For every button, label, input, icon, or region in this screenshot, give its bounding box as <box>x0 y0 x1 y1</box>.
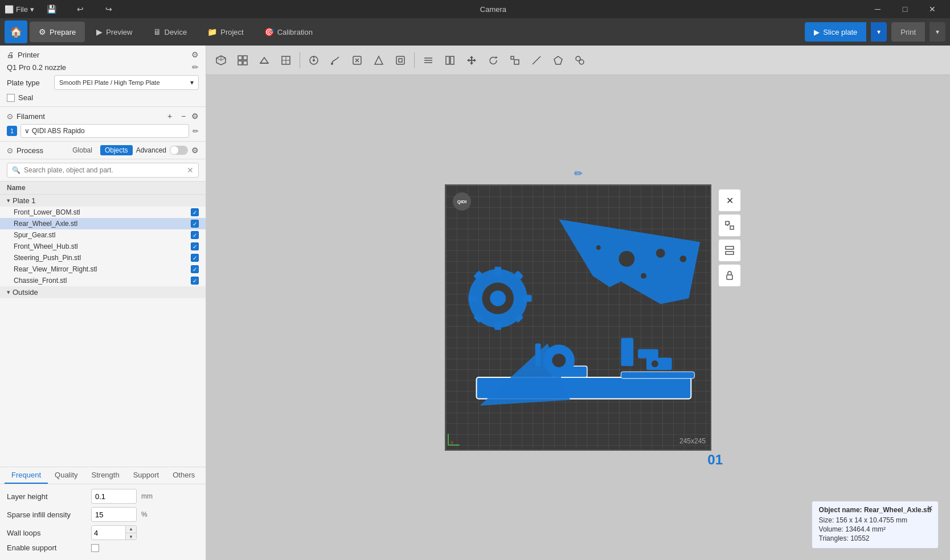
tab-strength[interactable]: Strength <box>85 467 126 484</box>
maximize-button[interactable]: □ <box>892 0 918 18</box>
slice-plate-button[interactable]: ▶ Slice plate <box>805 22 866 42</box>
nav-device[interactable]: 🖥 Device <box>144 22 196 42</box>
wall-loops-row: Wall loops ▲ ▼ <box>7 525 199 540</box>
wall-loops-input[interactable] <box>92 529 125 537</box>
tab-objects[interactable]: Objects <box>100 145 133 155</box>
svg-rect-25 <box>451 56 454 64</box>
tree-row[interactable]: Rear_View_Mirror_Right.stl ✓ <box>0 263 206 275</box>
tab-quality[interactable]: Quality <box>48 467 84 484</box>
plate-type-dropdown[interactable]: Smooth PEI Plate / High Temp Plate ▾ <box>54 75 199 90</box>
plate-expand-icon[interactable]: ▾ <box>7 197 10 204</box>
enable-support-checkbox[interactable] <box>91 544 99 552</box>
tree-name-header: Name <box>7 184 199 192</box>
viewport-close-button[interactable]: ✕ <box>718 189 741 212</box>
layer-height-input[interactable] <box>91 489 137 504</box>
top-navigation: 🏠 ⚙ Prepare ▶ Preview 🖥 Device 📁 Project… <box>0 18 950 46</box>
process-settings-icon[interactable]: ⚙ <box>191 146 199 155</box>
toolbar-paint-icon[interactable] <box>325 50 346 71</box>
wall-loops-spinner[interactable]: ▲ ▼ <box>91 525 137 540</box>
plate-type-row: Plate type Smooth PEI Plate / High Temp … <box>7 75 199 90</box>
object-checkbox[interactable]: ✓ <box>191 254 199 262</box>
object-checkbox[interactable]: ✓ <box>191 220 199 228</box>
close-button[interactable]: ✕ <box>919 0 945 18</box>
home-button[interactable]: 🏠 <box>5 20 27 43</box>
viewport[interactable]: ✏ QIDI <box>206 75 950 560</box>
viewport-layers-button[interactable] <box>718 239 741 262</box>
tooltip-triangles-row: Triangles: 10552 <box>819 534 931 542</box>
tab-support[interactable]: Support <box>126 467 166 484</box>
toolbar-hollow-icon[interactable] <box>390 50 411 71</box>
toolbar-arrange-icon[interactable] <box>304 50 324 71</box>
tooltip-close-icon[interactable]: ✕ <box>927 504 933 513</box>
nav-preview[interactable]: ▶ Preview <box>87 22 141 42</box>
toolbar-face-icon[interactable] <box>548 50 568 71</box>
toolbar-support-paint-icon[interactable] <box>368 50 389 71</box>
save-button[interactable]: 💾 <box>39 0 65 18</box>
toolbar-layer-icon[interactable] <box>418 50 439 71</box>
file-menu[interactable]: ⬜ File ▾ <box>5 5 34 14</box>
nav-project[interactable]: 📁 Project <box>198 22 252 42</box>
tab-global[interactable]: Global <box>68 145 97 155</box>
plate-item[interactable]: ▾ Plate 1 <box>0 195 206 207</box>
print-button[interactable]: Print <box>891 22 925 42</box>
tree-row[interactable]: Chassie_Front.stl ✓ <box>0 275 206 286</box>
printer-label: 🖨 Printer <box>7 51 39 59</box>
sparse-infill-input[interactable] <box>91 507 137 522</box>
tree-row[interactable]: Rear_Wheel_Axle.stl ✓ <box>0 218 206 229</box>
tree-row[interactable]: Spur_Gear.stl ✓ <box>0 229 206 241</box>
redo-button[interactable]: ↪ <box>96 0 122 18</box>
wall-loops-up[interactable]: ▲ <box>126 525 136 533</box>
filament-name-dropdown[interactable]: ∨ QIDI ABS Rapido <box>21 124 189 138</box>
printer-settings-icon[interactable]: ⚙ <box>191 50 199 59</box>
tab-frequent[interactable]: Frequent <box>5 467 48 484</box>
object-checkbox[interactable]: ✓ <box>191 208 199 216</box>
object-checkbox[interactable]: ✓ <box>191 277 199 285</box>
file-chevron[interactable]: ▾ <box>30 5 34 14</box>
seal-checkbox[interactable] <box>7 94 15 102</box>
toolbar-split-icon[interactable] <box>440 50 460 71</box>
svg-point-14 <box>313 59 315 61</box>
outside-item[interactable]: ▾ Outside <box>0 286 206 298</box>
svg-rect-63 <box>535 344 541 367</box>
print-dropdown-button[interactable]: ▾ <box>929 22 945 42</box>
outside-expand-icon[interactable]: ▾ <box>7 289 10 296</box>
build-plate[interactable]: QIDI <box>445 184 711 451</box>
printer-edit-icon[interactable]: ✏ <box>192 63 199 72</box>
toolbar-perspective-icon[interactable] <box>254 50 275 71</box>
tree-row[interactable]: Front_Wheel_Hub.stl ✓ <box>0 241 206 252</box>
wall-loops-down[interactable]: ▼ <box>126 533 136 540</box>
minimize-button[interactable]: ─ <box>865 0 891 18</box>
tab-others[interactable]: Others <box>166 467 202 484</box>
toolbar-cube-icon[interactable] <box>211 50 231 71</box>
file-label[interactable]: File <box>16 5 28 14</box>
toolbar-assembly-icon[interactable] <box>570 50 590 71</box>
filament-add-button[interactable]: + <box>164 110 175 122</box>
tooltip-size-value: 156 x 14 x 10.4755 mm <box>836 516 907 524</box>
object-checkbox[interactable]: ✓ <box>191 265 199 273</box>
object-checkbox[interactable]: ✓ <box>191 231 199 239</box>
toolbar-measure-icon[interactable] <box>526 50 547 71</box>
search-clear-icon[interactable]: ✕ <box>187 166 194 175</box>
printer-model-row: Q1 Pro 0.2 nozzle ✏ <box>7 63 199 72</box>
nav-calibration[interactable]: 🎯 Calibration <box>255 22 322 42</box>
filament-edit-icon[interactable]: ✏ <box>193 127 199 135</box>
tree-row[interactable]: Steering_Push_Pin.stl ✓ <box>0 252 206 263</box>
edit-pencil-icon[interactable]: ✏ <box>574 167 583 180</box>
filament-settings-icon[interactable]: ⚙ <box>191 112 199 121</box>
toolbar-ortho-icon[interactable] <box>276 50 296 71</box>
toolbar-move-icon[interactable] <box>461 50 482 71</box>
tree-row[interactable]: Front_Lower_BOM.stl ✓ <box>0 207 206 218</box>
slice-dropdown-button[interactable]: ▾ <box>871 22 887 42</box>
toolbar-scale-icon[interactable] <box>505 50 525 71</box>
advanced-toggle[interactable] <box>170 146 188 155</box>
filament-remove-button[interactable]: − <box>178 110 189 122</box>
object-checkbox[interactable]: ✓ <box>191 242 199 250</box>
undo-button[interactable]: ↩ <box>67 0 93 18</box>
search-input[interactable] <box>24 166 183 174</box>
toolbar-seam-icon[interactable] <box>347 50 367 71</box>
toolbar-rotate-icon[interactable] <box>483 50 503 71</box>
viewport-lock-button[interactable] <box>718 264 741 287</box>
viewport-zoom-fit-button[interactable] <box>718 214 741 237</box>
toolbar-grid-icon[interactable] <box>232 50 253 71</box>
nav-prepare[interactable]: ⚙ Prepare <box>30 22 85 42</box>
